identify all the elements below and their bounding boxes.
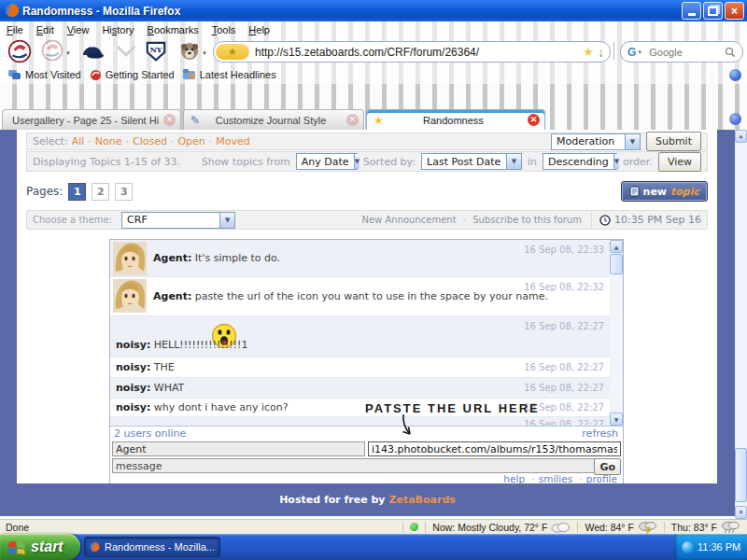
menu-edit[interactable]: Edit xyxy=(30,23,61,36)
latest-headlines-icon xyxy=(183,69,196,80)
scroll-down-icon[interactable]: ▼ xyxy=(610,413,623,426)
view-button[interactable]: View xyxy=(658,152,701,172)
tab-close-icon[interactable]: ✕ xyxy=(163,114,176,126)
select-none-link[interactable]: None xyxy=(84,135,121,147)
back-button-yankees-logo-icon[interactable] xyxy=(7,39,32,63)
scroll-down-icon[interactable]: ▼ xyxy=(735,506,747,519)
select-label: Select: xyxy=(33,135,68,147)
chat-text: why dont i have any icon? xyxy=(154,401,289,413)
reload-button-cap-icon[interactable] xyxy=(80,42,105,60)
taskbar-task-firefox[interactable]: Randomness - Mozilla... xyxy=(84,537,220,557)
date-range-value: Any Date xyxy=(297,156,354,168)
hosted-by-text: Hosted for free by xyxy=(279,494,385,506)
menu-view[interactable]: View xyxy=(61,23,96,36)
topic-select-bar: Select: All None Closed Open Moved Moder… xyxy=(26,133,708,150)
agent-avatar xyxy=(113,279,147,313)
theme-select[interactable]: CRF ▼ xyxy=(121,212,235,229)
forward-dropdown-icon[interactable]: ▼ xyxy=(65,50,71,56)
url-text[interactable]: http://s15.zetaboards.com/CRF/forum/2636… xyxy=(255,46,583,59)
tab-overflow-icon[interactable] xyxy=(729,113,741,125)
minimize-button[interactable] xyxy=(682,2,701,20)
select-arrow-icon: ▼ xyxy=(354,154,359,169)
scroll-thumb[interactable] xyxy=(735,448,747,502)
menu-bookmarks[interactable]: Bookmarks xyxy=(141,23,205,36)
forward-button-yankees-logo-icon[interactable] xyxy=(41,39,63,62)
bookmark-latest-headlines[interactable]: Latest Headlines xyxy=(183,69,276,80)
scroll-up-icon[interactable]: ▲ xyxy=(735,130,747,143)
stop-button-icon[interactable] xyxy=(116,45,136,58)
bookmark-getting-started[interactable]: Getting Started xyxy=(90,69,175,81)
home-button-homeplate-icon[interactable]: NY xyxy=(144,39,168,63)
menu-bar: File Edit View History Bookmarks Tools H… xyxy=(0,21,747,37)
scroll-up-icon[interactable]: ▲ xyxy=(610,240,623,253)
chat-username[interactable]: noisy: xyxy=(116,361,150,373)
moderation-select[interactable]: Moderation ▼ xyxy=(551,133,641,150)
chat-username[interactable]: Agent: xyxy=(153,252,191,264)
restore-button[interactable] xyxy=(703,2,723,20)
window-title: Randomness - Mozilla Firefox xyxy=(22,5,180,18)
tab-randomness-active[interactable]: ★ Randomness ✕ xyxy=(366,109,545,130)
menu-file[interactable]: File xyxy=(0,23,30,36)
tab-customize-journal[interactable]: ✎ Customize Journal Style ✕ xyxy=(183,109,364,130)
select-open-link[interactable]: Open xyxy=(167,135,205,147)
chat-icon-url-input[interactable] xyxy=(368,441,621,456)
page-2-button[interactable]: 2 xyxy=(92,183,109,201)
search-engine-icon[interactable]: G xyxy=(627,46,636,59)
search-magnifier-icon[interactable] xyxy=(725,47,736,58)
chat-scrollbar[interactable]: ▲ ▼ xyxy=(610,240,623,426)
order-label: order. xyxy=(623,156,653,168)
search-box[interactable]: G ▼ xyxy=(620,41,743,63)
select-closed-link[interactable]: Closed xyxy=(121,135,166,147)
zetaboards-link[interactable]: ZetaBoards xyxy=(389,494,456,506)
chat-username[interactable]: noisy: xyxy=(116,339,150,351)
bookmark-most-visited[interactable]: Most Visited xyxy=(8,69,81,80)
new-announcement-link[interactable]: New Announcement xyxy=(361,215,456,225)
storm-cloud-icon xyxy=(638,521,657,534)
sort-order-value: Descending xyxy=(543,156,613,168)
download-arrow-icon[interactable]: ↓ xyxy=(598,46,604,59)
search-engine-dropdown-icon[interactable]: ▼ xyxy=(637,49,642,55)
weather-thu[interactable]: Thu: 83° F xyxy=(664,522,747,533)
users-online-link[interactable]: 2 users online xyxy=(114,427,186,440)
menu-tools[interactable]: Tools xyxy=(205,23,243,36)
page-1-button[interactable]: 1 xyxy=(68,183,86,201)
clock-time[interactable]: 11:36 PM xyxy=(698,541,740,553)
chat-username[interactable]: noisy: xyxy=(116,401,150,413)
weather-label: Now: Mostly Cloudy, 72° F xyxy=(432,522,547,533)
bookmarks-dog-icon[interactable] xyxy=(179,41,200,62)
bookmark-star-icon[interactable]: ★ xyxy=(583,45,594,59)
chat-username[interactable]: Agent: xyxy=(153,290,191,302)
bookmarks-dropdown-icon[interactable]: ▼ xyxy=(202,50,207,56)
page-3-button[interactable]: 3 xyxy=(115,183,133,201)
chat-name-input[interactable] xyxy=(112,441,365,456)
sort-field-select[interactable]: Last Post Date ▼ xyxy=(421,153,522,170)
start-button[interactable]: start xyxy=(0,534,80,560)
select-all-link[interactable]: All xyxy=(72,135,85,147)
tray-icon[interactable] xyxy=(682,541,694,553)
select-moved-link[interactable]: Moved xyxy=(205,135,250,147)
chat-message-input[interactable] xyxy=(112,458,597,473)
weather-wed[interactable]: Wed: 84° F xyxy=(577,522,663,533)
tab-close-icon[interactable]: ✕ xyxy=(346,114,359,126)
browser-scrollbar[interactable]: ▲ ▼ xyxy=(735,130,747,519)
close-button[interactable]: × xyxy=(725,2,744,20)
refresh-link[interactable]: refresh xyxy=(582,427,618,440)
weather-now[interactable]: Now: Mostly Cloudy, 72° F xyxy=(425,522,577,533)
menu-history[interactable]: History xyxy=(95,23,140,36)
date-range-select[interactable]: Any Date ▼ xyxy=(296,153,358,170)
subscribe-link[interactable]: Subscribe to this forum xyxy=(472,215,582,225)
chat-username[interactable]: noisy: xyxy=(116,382,150,394)
search-input[interactable] xyxy=(647,46,725,59)
select-arrow-icon: ▼ xyxy=(613,154,619,169)
url-bar[interactable]: ★ http://s15.zetaboards.com/CRF/forum/26… xyxy=(213,41,611,63)
tab-usergallery[interactable]: Usergallery - Page 25 - Silent Hill: Hom… xyxy=(2,109,181,130)
topic-sort-bar: Displaying Topics 1-15 of 33. Show topic… xyxy=(26,151,708,172)
tab-close-icon[interactable]: ✕ xyxy=(528,114,540,126)
taskbar: start Randomness - Mozilla... 11:36 PM xyxy=(0,534,747,560)
submit-button[interactable]: Submit xyxy=(646,132,701,151)
select-arrow-icon: ▼ xyxy=(219,213,234,228)
menu-help[interactable]: Help xyxy=(242,23,276,36)
sort-order-select[interactable]: Descending ▼ xyxy=(543,153,617,170)
chat-scroll-thumb[interactable] xyxy=(610,254,623,274)
new-topic-button[interactable]: newtopic xyxy=(621,181,708,202)
